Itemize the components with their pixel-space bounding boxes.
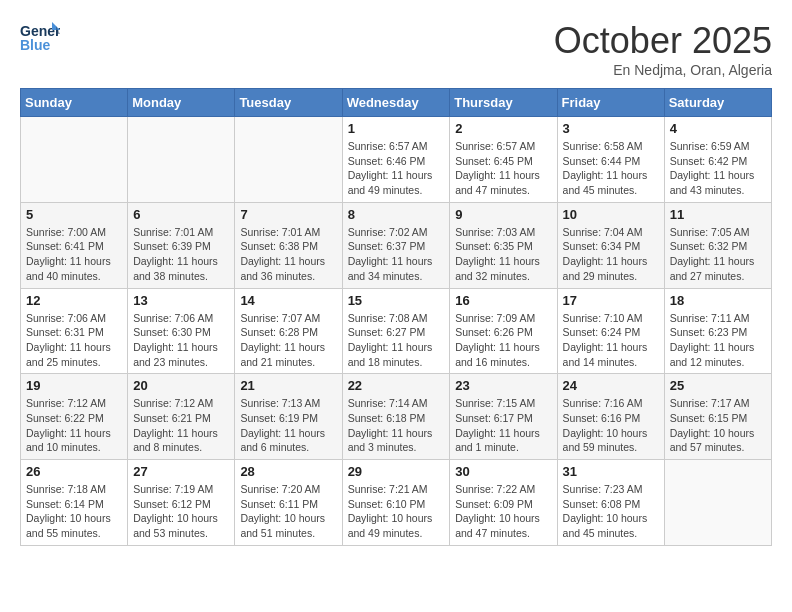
calendar-cell: 14Sunrise: 7:07 AM Sunset: 6:28 PM Dayli… bbox=[235, 288, 342, 374]
day-number: 16 bbox=[455, 293, 551, 308]
calendar-cell: 30Sunrise: 7:22 AM Sunset: 6:09 PM Dayli… bbox=[450, 460, 557, 546]
calendar-cell: 26Sunrise: 7:18 AM Sunset: 6:14 PM Dayli… bbox=[21, 460, 128, 546]
calendar-week-row: 5Sunrise: 7:00 AM Sunset: 6:41 PM Daylig… bbox=[21, 202, 772, 288]
day-info: Sunrise: 6:58 AM Sunset: 6:44 PM Dayligh… bbox=[563, 139, 659, 198]
calendar-cell: 4Sunrise: 6:59 AM Sunset: 6:42 PM Daylig… bbox=[664, 117, 771, 203]
day-number: 4 bbox=[670, 121, 766, 136]
day-number: 15 bbox=[348, 293, 445, 308]
calendar-cell bbox=[235, 117, 342, 203]
calendar-cell: 22Sunrise: 7:14 AM Sunset: 6:18 PM Dayli… bbox=[342, 374, 450, 460]
calendar: SundayMondayTuesdayWednesdayThursdayFrid… bbox=[20, 88, 772, 546]
weekday-header: Saturday bbox=[664, 89, 771, 117]
calendar-week-row: 12Sunrise: 7:06 AM Sunset: 6:31 PM Dayli… bbox=[21, 288, 772, 374]
calendar-cell bbox=[21, 117, 128, 203]
day-info: Sunrise: 7:13 AM Sunset: 6:19 PM Dayligh… bbox=[240, 396, 336, 455]
calendar-cell: 31Sunrise: 7:23 AM Sunset: 6:08 PM Dayli… bbox=[557, 460, 664, 546]
day-info: Sunrise: 7:19 AM Sunset: 6:12 PM Dayligh… bbox=[133, 482, 229, 541]
day-number: 19 bbox=[26, 378, 122, 393]
calendar-cell: 23Sunrise: 7:15 AM Sunset: 6:17 PM Dayli… bbox=[450, 374, 557, 460]
day-info: Sunrise: 7:15 AM Sunset: 6:17 PM Dayligh… bbox=[455, 396, 551, 455]
day-info: Sunrise: 7:21 AM Sunset: 6:10 PM Dayligh… bbox=[348, 482, 445, 541]
day-info: Sunrise: 7:04 AM Sunset: 6:34 PM Dayligh… bbox=[563, 225, 659, 284]
calendar-cell: 13Sunrise: 7:06 AM Sunset: 6:30 PM Dayli… bbox=[128, 288, 235, 374]
day-info: Sunrise: 7:03 AM Sunset: 6:35 PM Dayligh… bbox=[455, 225, 551, 284]
day-number: 5 bbox=[26, 207, 122, 222]
day-info: Sunrise: 7:07 AM Sunset: 6:28 PM Dayligh… bbox=[240, 311, 336, 370]
weekday-header: Sunday bbox=[21, 89, 128, 117]
day-number: 24 bbox=[563, 378, 659, 393]
calendar-week-row: 19Sunrise: 7:12 AM Sunset: 6:22 PM Dayli… bbox=[21, 374, 772, 460]
calendar-cell bbox=[664, 460, 771, 546]
day-number: 2 bbox=[455, 121, 551, 136]
day-number: 27 bbox=[133, 464, 229, 479]
calendar-cell: 10Sunrise: 7:04 AM Sunset: 6:34 PM Dayli… bbox=[557, 202, 664, 288]
logo-icon: General Blue bbox=[20, 20, 60, 55]
day-number: 7 bbox=[240, 207, 336, 222]
calendar-week-row: 1Sunrise: 6:57 AM Sunset: 6:46 PM Daylig… bbox=[21, 117, 772, 203]
day-info: Sunrise: 7:06 AM Sunset: 6:31 PM Dayligh… bbox=[26, 311, 122, 370]
page-header: General Blue October 2025 En Nedjma, Ora… bbox=[20, 20, 772, 78]
day-info: Sunrise: 7:14 AM Sunset: 6:18 PM Dayligh… bbox=[348, 396, 445, 455]
day-info: Sunrise: 7:08 AM Sunset: 6:27 PM Dayligh… bbox=[348, 311, 445, 370]
day-info: Sunrise: 7:20 AM Sunset: 6:11 PM Dayligh… bbox=[240, 482, 336, 541]
day-number: 22 bbox=[348, 378, 445, 393]
day-number: 1 bbox=[348, 121, 445, 136]
day-number: 21 bbox=[240, 378, 336, 393]
day-number: 29 bbox=[348, 464, 445, 479]
day-number: 30 bbox=[455, 464, 551, 479]
calendar-cell: 5Sunrise: 7:00 AM Sunset: 6:41 PM Daylig… bbox=[21, 202, 128, 288]
day-number: 14 bbox=[240, 293, 336, 308]
day-info: Sunrise: 6:57 AM Sunset: 6:46 PM Dayligh… bbox=[348, 139, 445, 198]
weekday-header: Monday bbox=[128, 89, 235, 117]
day-number: 23 bbox=[455, 378, 551, 393]
day-number: 25 bbox=[670, 378, 766, 393]
calendar-cell: 17Sunrise: 7:10 AM Sunset: 6:24 PM Dayli… bbox=[557, 288, 664, 374]
logo: General Blue bbox=[20, 20, 64, 55]
day-number: 31 bbox=[563, 464, 659, 479]
day-info: Sunrise: 7:17 AM Sunset: 6:15 PM Dayligh… bbox=[670, 396, 766, 455]
calendar-cell: 20Sunrise: 7:12 AM Sunset: 6:21 PM Dayli… bbox=[128, 374, 235, 460]
calendar-cell: 11Sunrise: 7:05 AM Sunset: 6:32 PM Dayli… bbox=[664, 202, 771, 288]
day-number: 8 bbox=[348, 207, 445, 222]
day-info: Sunrise: 7:22 AM Sunset: 6:09 PM Dayligh… bbox=[455, 482, 551, 541]
day-number: 11 bbox=[670, 207, 766, 222]
calendar-cell: 18Sunrise: 7:11 AM Sunset: 6:23 PM Dayli… bbox=[664, 288, 771, 374]
day-info: Sunrise: 7:05 AM Sunset: 6:32 PM Dayligh… bbox=[670, 225, 766, 284]
weekday-header-row: SundayMondayTuesdayWednesdayThursdayFrid… bbox=[21, 89, 772, 117]
calendar-cell: 19Sunrise: 7:12 AM Sunset: 6:22 PM Dayli… bbox=[21, 374, 128, 460]
calendar-cell: 12Sunrise: 7:06 AM Sunset: 6:31 PM Dayli… bbox=[21, 288, 128, 374]
weekday-header: Thursday bbox=[450, 89, 557, 117]
calendar-week-row: 26Sunrise: 7:18 AM Sunset: 6:14 PM Dayli… bbox=[21, 460, 772, 546]
calendar-cell: 25Sunrise: 7:17 AM Sunset: 6:15 PM Dayli… bbox=[664, 374, 771, 460]
day-info: Sunrise: 6:59 AM Sunset: 6:42 PM Dayligh… bbox=[670, 139, 766, 198]
day-number: 12 bbox=[26, 293, 122, 308]
calendar-cell: 2Sunrise: 6:57 AM Sunset: 6:45 PM Daylig… bbox=[450, 117, 557, 203]
day-info: Sunrise: 7:12 AM Sunset: 6:22 PM Dayligh… bbox=[26, 396, 122, 455]
calendar-cell: 29Sunrise: 7:21 AM Sunset: 6:10 PM Dayli… bbox=[342, 460, 450, 546]
day-info: Sunrise: 7:09 AM Sunset: 6:26 PM Dayligh… bbox=[455, 311, 551, 370]
calendar-cell: 21Sunrise: 7:13 AM Sunset: 6:19 PM Dayli… bbox=[235, 374, 342, 460]
day-info: Sunrise: 7:12 AM Sunset: 6:21 PM Dayligh… bbox=[133, 396, 229, 455]
day-info: Sunrise: 7:06 AM Sunset: 6:30 PM Dayligh… bbox=[133, 311, 229, 370]
day-number: 18 bbox=[670, 293, 766, 308]
weekday-header: Tuesday bbox=[235, 89, 342, 117]
day-info: Sunrise: 7:18 AM Sunset: 6:14 PM Dayligh… bbox=[26, 482, 122, 541]
calendar-cell: 27Sunrise: 7:19 AM Sunset: 6:12 PM Dayli… bbox=[128, 460, 235, 546]
calendar-cell bbox=[128, 117, 235, 203]
day-info: Sunrise: 7:00 AM Sunset: 6:41 PM Dayligh… bbox=[26, 225, 122, 284]
calendar-cell: 8Sunrise: 7:02 AM Sunset: 6:37 PM Daylig… bbox=[342, 202, 450, 288]
day-number: 6 bbox=[133, 207, 229, 222]
day-number: 9 bbox=[455, 207, 551, 222]
day-info: Sunrise: 7:10 AM Sunset: 6:24 PM Dayligh… bbox=[563, 311, 659, 370]
calendar-cell: 24Sunrise: 7:16 AM Sunset: 6:16 PM Dayli… bbox=[557, 374, 664, 460]
calendar-cell: 3Sunrise: 6:58 AM Sunset: 6:44 PM Daylig… bbox=[557, 117, 664, 203]
day-info: Sunrise: 6:57 AM Sunset: 6:45 PM Dayligh… bbox=[455, 139, 551, 198]
subtitle: En Nedjma, Oran, Algeria bbox=[554, 62, 772, 78]
weekday-header: Wednesday bbox=[342, 89, 450, 117]
day-number: 28 bbox=[240, 464, 336, 479]
calendar-cell: 6Sunrise: 7:01 AM Sunset: 6:39 PM Daylig… bbox=[128, 202, 235, 288]
calendar-cell: 28Sunrise: 7:20 AM Sunset: 6:11 PM Dayli… bbox=[235, 460, 342, 546]
day-info: Sunrise: 7:23 AM Sunset: 6:08 PM Dayligh… bbox=[563, 482, 659, 541]
calendar-cell: 7Sunrise: 7:01 AM Sunset: 6:38 PM Daylig… bbox=[235, 202, 342, 288]
day-info: Sunrise: 7:02 AM Sunset: 6:37 PM Dayligh… bbox=[348, 225, 445, 284]
